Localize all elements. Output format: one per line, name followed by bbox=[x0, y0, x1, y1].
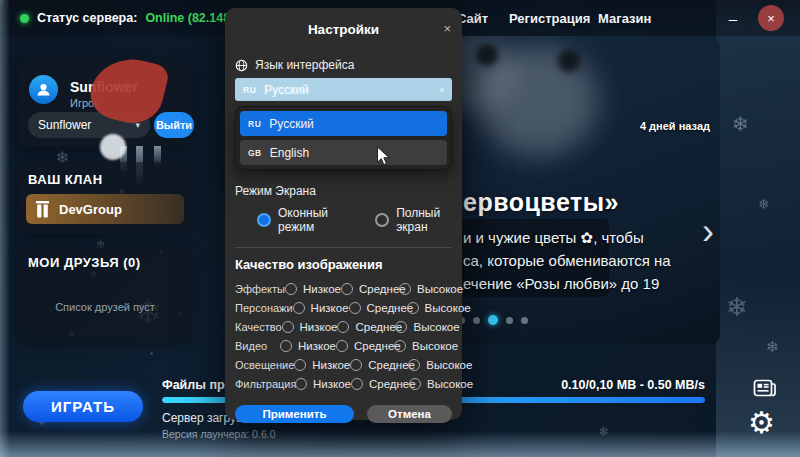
carousel-dot[interactable] bbox=[506, 317, 513, 324]
radio-lighting-low[interactable]: Низкое bbox=[294, 359, 350, 371]
radio-effects-medium[interactable]: Среднее bbox=[341, 283, 399, 295]
language-flag-code: RU bbox=[243, 85, 256, 95]
modal-close-icon[interactable]: × bbox=[443, 21, 451, 36]
radio-characters-medium[interactable]: Среднее bbox=[349, 302, 407, 314]
radio-icon bbox=[399, 283, 411, 295]
carousel-dots bbox=[458, 315, 528, 325]
nav-item-shop[interactable]: Магазин bbox=[598, 0, 651, 36]
radio-lighting-high[interactable]: Высокое bbox=[408, 359, 466, 371]
carousel-next-arrow[interactable]: › bbox=[702, 212, 714, 252]
play-button[interactable]: ИГРАТЬ bbox=[23, 391, 143, 422]
quality-row-video: Видео Низкое Среднее Высокое bbox=[235, 336, 452, 355]
language-label-row: Язык интерфейса bbox=[235, 58, 452, 72]
radio-fullscreen[interactable]: Полный экран bbox=[375, 206, 452, 234]
quality-row-quality: Качество Низкое Среднее Высокое bbox=[235, 317, 452, 336]
avatar bbox=[29, 75, 58, 104]
radio-characters-high[interactable]: Высокое bbox=[407, 302, 465, 314]
modal-title: Настройки bbox=[235, 22, 452, 37]
server-status-label: Статус сервера: bbox=[37, 11, 137, 25]
radio-icon bbox=[350, 359, 362, 371]
radio-selected-icon bbox=[257, 213, 271, 227]
radio-icon bbox=[409, 378, 421, 390]
radio-icon bbox=[293, 302, 305, 314]
online-status-dot bbox=[20, 14, 29, 23]
quality-row-effects: Эффекты Низкое Среднее Высокое bbox=[235, 279, 452, 298]
close-window-button[interactable]: × bbox=[758, 5, 784, 31]
launcher-window: ❄ ❄ ❄ ❄ ❄ ❄ ❄ ❄ ❄ ❄ 4 дней назад ервоцве… bbox=[0, 0, 800, 457]
clan-name: DevGroup bbox=[59, 202, 122, 217]
screen-mode-label: Режим Экрана bbox=[235, 184, 452, 198]
radio-characters-low[interactable]: Низкое bbox=[293, 302, 349, 314]
frost-decoration bbox=[0, 431, 800, 457]
radio-icon bbox=[295, 378, 307, 390]
quality-grid: Эффекты Низкое Среднее Высокое Персонажи… bbox=[235, 279, 452, 393]
radio-quality-low[interactable]: Низкое bbox=[282, 321, 338, 333]
news-body-text: и и чужие цветы ✿, чтобы са, которые обм… bbox=[463, 226, 671, 295]
news-age-badge: 4 дней назад bbox=[600, 120, 710, 132]
news-line-3: ечение «Розы любви» до 19 bbox=[463, 272, 671, 295]
news-headline: ервоцветы» bbox=[463, 188, 619, 217]
cancel-button[interactable]: Отмена bbox=[367, 405, 452, 423]
quality-row-lighting: Освещение Низкое Среднее Высокое bbox=[235, 355, 452, 374]
radio-icon bbox=[282, 321, 294, 333]
radio-icon bbox=[375, 213, 389, 227]
screen-mode-options: Оконный режим Полный экран bbox=[235, 206, 452, 234]
account-select-value: Sunflower bbox=[38, 118, 91, 132]
carousel-dot[interactable] bbox=[521, 317, 528, 324]
radio-lighting-medium[interactable]: Среднее bbox=[350, 359, 408, 371]
radio-effects-low[interactable]: Низкое bbox=[285, 283, 341, 295]
radio-filtering-low[interactable]: Низкое bbox=[295, 378, 351, 390]
radio-filtering-medium[interactable]: Среднее bbox=[351, 378, 409, 390]
modal-footer: Применить Отмена bbox=[235, 405, 452, 423]
globe-icon bbox=[235, 59, 248, 72]
frost-decoration bbox=[0, 0, 10, 457]
clan-title: ВАШ КЛАН bbox=[28, 172, 103, 187]
radio-filtering-high[interactable]: Высокое bbox=[409, 378, 467, 390]
friends-empty-text: Список друзей пуст bbox=[18, 301, 192, 313]
friends-title: МОИ ДРУЗЬЯ (0) bbox=[28, 255, 141, 270]
apply-button[interactable]: Применить bbox=[235, 405, 354, 423]
language-dropdown: RU Русский GB English bbox=[235, 106, 452, 170]
carousel-dot-active[interactable] bbox=[488, 315, 498, 325]
radio-icon bbox=[341, 283, 353, 295]
radio-video-low[interactable]: Низкое bbox=[280, 340, 336, 352]
radio-windowed[interactable]: Оконный режим bbox=[257, 206, 342, 234]
radio-quality-medium[interactable]: Среднее bbox=[337, 321, 395, 333]
news-line-1: и и чужие цветы ✿, чтобы bbox=[463, 226, 671, 249]
news-feed-icon[interactable] bbox=[753, 379, 776, 400]
clan-row[interactable]: DevGroup bbox=[26, 194, 184, 224]
radio-effects-high[interactable]: Высокое bbox=[399, 283, 457, 295]
flower-icon: ✿ bbox=[581, 229, 594, 246]
radio-icon bbox=[395, 321, 407, 333]
radio-video-high[interactable]: Высокое bbox=[394, 340, 452, 352]
logout-button[interactable]: Выйти bbox=[154, 112, 194, 138]
radio-icon bbox=[336, 340, 348, 352]
chevron-down-icon: ▾ bbox=[439, 85, 444, 95]
radio-icon bbox=[351, 378, 363, 390]
radio-video-medium[interactable]: Среднее bbox=[336, 340, 394, 352]
radio-icon bbox=[337, 321, 349, 333]
radio-icon bbox=[408, 359, 420, 371]
language-select-value: Русский bbox=[264, 83, 309, 97]
news-line-2: са, которые обмениваются на bbox=[463, 249, 671, 272]
quality-title: Качество изображения bbox=[235, 257, 452, 272]
radio-icon bbox=[407, 302, 419, 314]
language-select[interactable]: RU Русский ▾ bbox=[235, 78, 452, 101]
carousel-dot[interactable] bbox=[473, 317, 480, 324]
radio-icon bbox=[280, 340, 292, 352]
radio-icon bbox=[349, 302, 361, 314]
clan-card: ВАШ КЛАН DevGroup bbox=[18, 162, 192, 234]
clan-banner-icon bbox=[35, 201, 50, 218]
radio-quality-high[interactable]: Высокое bbox=[395, 321, 453, 333]
radio-icon bbox=[394, 340, 406, 352]
radio-icon bbox=[294, 359, 306, 371]
download-speed-text: 0.10/0,10 MB - 0.50 MB/s bbox=[480, 378, 705, 392]
language-option-en[interactable]: GB English bbox=[240, 140, 447, 165]
divider bbox=[235, 247, 452, 248]
settings-modal: Настройки × Язык интерфейса RU Русский ▾… bbox=[225, 8, 462, 420]
radio-icon bbox=[285, 283, 297, 295]
nav-item-register[interactable]: Регистрация bbox=[509, 0, 590, 36]
quality-row-characters: Персонажи Низкое Среднее Высокое bbox=[235, 298, 452, 317]
minimize-button[interactable]: – bbox=[720, 5, 746, 31]
language-option-ru[interactable]: RU Русский bbox=[240, 111, 447, 136]
